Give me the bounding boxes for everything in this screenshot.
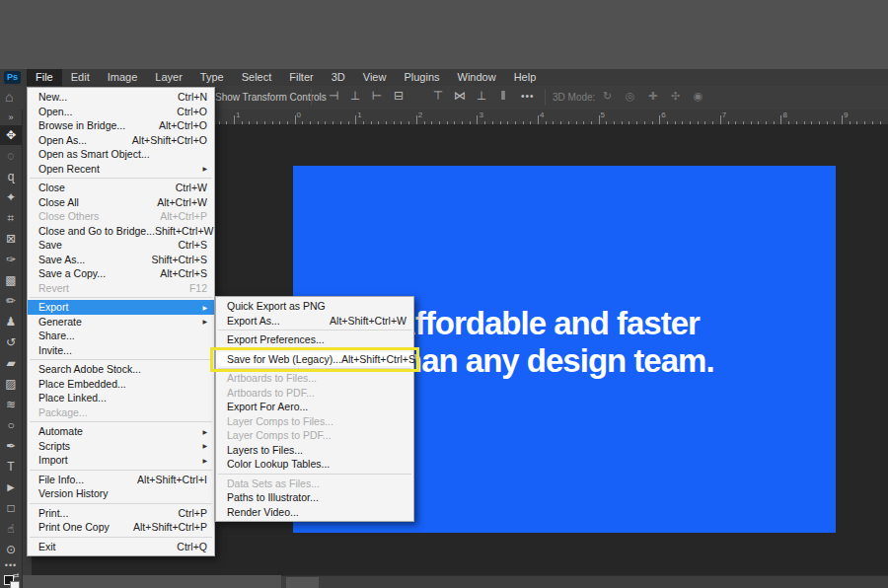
horizontal-scrollbar[interactable] — [281, 575, 888, 588]
export-menu-item-export-preferences[interactable]: Export Preferences... — [216, 332, 413, 347]
more-options-button[interactable]: ••• — [521, 91, 535, 102]
file-menu-item-close[interactable]: CloseCtrl+W — [28, 181, 214, 195]
edit-toolbar-icon[interactable]: ••• — [0, 560, 22, 570]
export-menu-item-quick-export-as-png[interactable]: Quick Export as PNG — [216, 299, 413, 314]
menu-item-label: Browse in Bridge... — [38, 119, 125, 131]
file-menu-item-open-as[interactable]: Open As...Alt+Shift+Ctrl+O — [28, 133, 214, 148]
collapse-panel-icon[interactable]: » — [0, 112, 22, 122]
file-menu-separator-line — [30, 503, 212, 504]
file-menu-item-save-as[interactable]: Save As...Shift+Ctrl+S — [28, 253, 214, 267]
file-menu-item-scripts[interactable]: Scripts▶ — [28, 439, 214, 454]
file-menu-item-close-all[interactable]: Close AllAlt+Ctrl+W — [28, 195, 214, 210]
export-menu-item-artboards-to-pdf[interactable]: Artboards to PDF... — [216, 386, 413, 401]
file-menu-item-exit[interactable]: ExitCtrl+Q — [28, 540, 214, 554]
eyedropper-tool[interactable]: ✑ — [0, 250, 22, 269]
export-menu-item-export-as[interactable]: Export As...Alt+Shift+Ctrl+W — [216, 314, 413, 329]
export-menu-item-layer-comps-to-files[interactable]: Layer Comps to Files... — [216, 414, 413, 429]
file-menu-item-package[interactable]: Package... — [28, 405, 214, 420]
scrollbar-thumb[interactable] — [286, 577, 319, 588]
file-menu-item-open-as-smart-object[interactable]: Open as Smart Object... — [28, 147, 214, 162]
menu-item-label: New... — [38, 91, 67, 103]
align-bottom-edges-icon[interactable]: ⊥ — [472, 89, 491, 103]
export-menu-item-color-lookup-tables[interactable]: Color Lookup Tables... — [216, 457, 413, 472]
align-horizontal-centers-icon[interactable]: ⊥ — [345, 89, 365, 103]
menubar-item-layer[interactable]: Layer — [146, 69, 191, 86]
pen-tool[interactable]: ✒ — [0, 436, 22, 456]
crop-tool[interactable]: ⌗ — [0, 208, 22, 228]
ruler-label: 1 — [357, 110, 361, 119]
file-menu-item-invite[interactable]: Invite... — [28, 343, 214, 358]
path-selection-tool[interactable]: ► — [0, 478, 22, 497]
file-menu-item-open[interactable]: Open...Ctrl+O — [28, 105, 214, 119]
file-menu-item-print[interactable]: Print...Ctrl+P — [28, 506, 214, 521]
file-menu-item-close-and-go-to-bridge[interactable]: Close and Go to Bridge...Shift+Ctrl+W — [28, 224, 214, 239]
align-vertical-distribute-icon[interactable]: ‖ — [493, 89, 513, 103]
file-menu-item-place-embedded[interactable]: Place Embedded... — [28, 377, 214, 392]
show-transform-controls-label[interactable]: Show Transform Controls — [215, 92, 327, 103]
menubar-item-window[interactable]: Window — [449, 69, 505, 86]
menubar-item-select[interactable]: Select — [233, 69, 281, 86]
export-menu-item-render-video[interactable]: Render Video... — [216, 505, 413, 520]
zoom-tool[interactable]: ⊙ — [0, 540, 22, 559]
export-menu-item-data-sets-as-files[interactable]: Data Sets as Files... — [216, 477, 413, 491]
type-tool[interactable]: T — [0, 457, 22, 477]
menubar-item-help[interactable]: Help — [505, 69, 546, 86]
smudge-tool[interactable]: ≋ — [0, 395, 22, 414]
export-menu-item-save-for-web-legacy[interactable]: Save for Web (Legacy)...Alt+Shift+Ctrl+S — [216, 352, 413, 367]
lasso-tool[interactable]: ɋ — [0, 167, 22, 186]
export-menu-item-export-for-aero[interactable]: Export For Aero... — [216, 400, 413, 414]
swap-colors-icon[interactable]: ⇄ — [13, 571, 20, 580]
export-menu-item-layers-to-files[interactable]: Layers to Files... — [216, 443, 413, 458]
export-menu-item-layer-comps-to-pdf[interactable]: Layer Comps to PDF... — [216, 428, 413, 443]
hand-tool[interactable]: ☝ — [0, 519, 22, 539]
menu-item-label: Close — [38, 182, 65, 193]
menubar-item-plugins[interactable]: Plugins — [395, 69, 448, 86]
file-menu-item-new[interactable]: New...Ctrl+N — [28, 90, 214, 105]
file-menu-item-revert[interactable]: RevertF12 — [28, 281, 214, 296]
menubar-item-type[interactable]: Type — [191, 69, 233, 86]
submenu-arrow-icon: ▶ — [202, 442, 207, 449]
move-tool[interactable]: ✥ — [0, 125, 22, 145]
file-menu-item-file-info[interactable]: File Info...Alt+Shift+Ctrl+I — [28, 473, 214, 487]
menubar-item-view[interactable]: View — [354, 69, 396, 86]
align-horizontal-distribute-icon[interactable]: ⊟ — [389, 89, 408, 103]
menubar-item-3d[interactable]: 3D — [323, 69, 354, 86]
file-menu-item-share[interactable]: Share... — [28, 329, 214, 343]
gradient-tool[interactable]: ▨ — [0, 374, 22, 394]
clone-stamp-tool[interactable]: ♟ — [0, 312, 22, 331]
menubar-item-filter[interactable]: Filter — [280, 69, 322, 86]
align-right-edges-icon[interactable]: ⊢ — [367, 89, 387, 103]
file-menu-item-browse-in-bridge[interactable]: Browse in Bridge...Alt+Ctrl+O — [28, 118, 214, 133]
dodge-tool[interactable]: ○ — [0, 415, 22, 435]
healing-brush-tool[interactable]: ▩ — [0, 270, 22, 290]
background-color-swatch[interactable] — [10, 581, 20, 588]
file-menu-item-place-linked[interactable]: Place Linked... — [28, 391, 214, 405]
file-menu-item-save[interactable]: SaveCtrl+S — [28, 238, 214, 253]
menubar-item-edit[interactable]: Edit — [62, 69, 99, 86]
eraser-tool[interactable]: ▰ — [0, 353, 22, 373]
file-menu-separator-line — [30, 537, 212, 538]
file-menu-item-automate[interactable]: Automate▶ — [28, 424, 214, 439]
file-menu-item-search-adobe-stock[interactable]: Search Adobe Stock... — [28, 362, 214, 377]
history-brush-tool[interactable]: ↺ — [0, 332, 22, 352]
file-menu-item-save-a-copy[interactable]: Save a Copy...Alt+Ctrl+S — [28, 266, 214, 281]
menubar-item-image[interactable]: Image — [99, 69, 147, 86]
file-menu-item-print-one-copy[interactable]: Print One CopyAlt+Shift+Ctrl+P — [28, 520, 214, 535]
frame-tool[interactable]: ⊠ — [0, 229, 22, 249]
rectangle-tool[interactable]: □ — [0, 498, 22, 518]
file-menu-item-export[interactable]: Export▶ — [28, 300, 214, 315]
export-menu-item-artboards-to-files[interactable]: Artboards to Files... — [216, 371, 413, 386]
file-menu-item-version-history[interactable]: Version History — [28, 486, 214, 501]
file-menu-item-import[interactable]: Import▶ — [28, 453, 214, 468]
file-menu-item-close-others[interactable]: Close OthersAlt+Ctrl+P — [28, 209, 214, 224]
brush-tool[interactable]: ✏ — [0, 291, 22, 311]
file-menu-item-generate[interactable]: Generate▶ — [28, 315, 214, 330]
align-left-edges-icon[interactable]: ⊣ — [324, 89, 343, 103]
object-selection-tool[interactable]: ✦ — [0, 187, 22, 207]
file-menu-item-open-recent[interactable]: Open Recent▶ — [28, 162, 214, 177]
marquee-tool[interactable]: ◌ — [0, 146, 22, 166]
align-vertical-centers-icon[interactable]: ⋈ — [450, 89, 470, 103]
export-menu-item-paths-to-illustrator[interactable]: Paths to Illustrator... — [216, 490, 413, 505]
align-top-edges-icon[interactable]: ⊤ — [428, 89, 448, 103]
menubar-item-file[interactable]: File — [27, 69, 62, 86]
